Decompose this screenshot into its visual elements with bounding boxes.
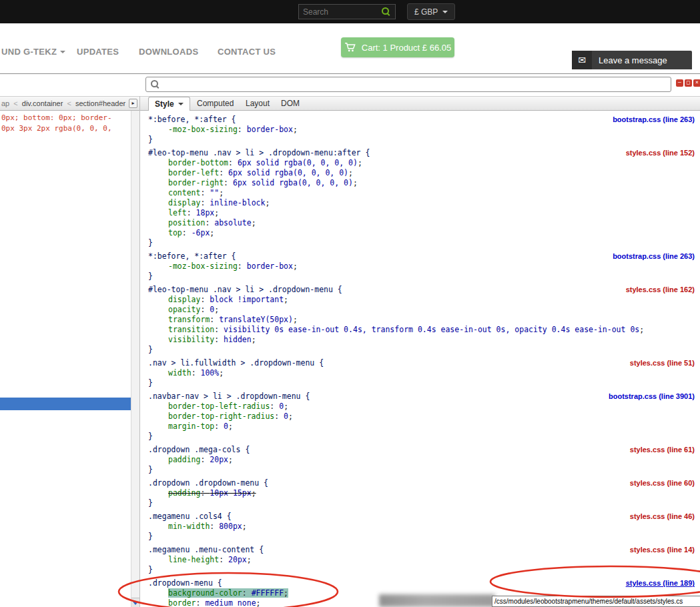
css-property[interactable]: left: 18px; (148, 208, 700, 218)
rule-selector[interactable]: .nav > li.fullwidth > .dropdown-menu { (148, 358, 324, 368)
stylesheet-link[interactable]: styles.css (line 162) (626, 285, 695, 295)
css-property[interactable]: transform: translateY(50px); (148, 315, 700, 325)
stylesheet-link[interactable]: styles.css (line 46) (630, 512, 695, 522)
rule-selector[interactable]: .megamenu .menu-content { (148, 545, 264, 554)
chevron-down-icon (133, 602, 138, 605)
nav-item-downloads[interactable]: DOWNLOADS (139, 47, 198, 57)
stylesheet-link[interactable]: bootstrap.css (line 263) (613, 251, 695, 261)
css-property[interactable]: margin-top: 0; (148, 422, 700, 432)
cart-icon (344, 42, 356, 53)
rule-close-brace: } (148, 498, 700, 508)
css-rule: .megamenu .cols4 {styles.css (line 46)mi… (148, 512, 700, 542)
chevron-down-icon (178, 103, 184, 105)
stylesheet-link[interactable]: styles.css (line 189) (626, 578, 695, 588)
blurred-tooltip (379, 594, 495, 607)
css-property[interactable]: padding: 20px; (148, 455, 700, 465)
nav-item-contact-us[interactable]: CONTACT US (218, 47, 276, 57)
html-panel-line: 0px; bottom: 0px; border- (0, 113, 131, 123)
scroll-down-button[interactable] (131, 598, 139, 607)
nav-item-updates[interactable]: UPDATES (77, 47, 119, 57)
css-property[interactable]: width: 100%; (148, 368, 700, 378)
css-property[interactable]: line-height: 20px; (148, 555, 700, 565)
rule-selector[interactable]: .dropdown .dropdown-menu { (148, 478, 268, 488)
breadcrumb-expand-button[interactable]: ▸ (129, 99, 137, 108)
devtools-search-box (145, 77, 671, 92)
cart-button[interactable]: Cart: 1 Product £ 66.05 (341, 37, 454, 57)
chevron-down-icon (442, 11, 448, 13)
css-property[interactable]: position: absolute; (148, 218, 700, 228)
leave-message-button[interactable]: ✉ Leave a message (572, 51, 692, 69)
css-property[interactable]: -moz-box-sizing: border-box; (148, 125, 700, 135)
stylesheet-link[interactable]: styles.css (line 14) (630, 545, 695, 555)
rule-selector[interactable]: *:before, *:after { (148, 115, 236, 124)
leave-message-label: Leave a message (592, 55, 667, 65)
envelope-icon-box: ✉ (572, 51, 592, 69)
stylesheet-link[interactable]: styles.css (line 51) (630, 358, 695, 368)
html-panel: 0px; bottom: 0px; border- 0px 3px 2px rg… (0, 111, 131, 607)
rule-close-brace: } (148, 271, 700, 281)
currency-selector[interactable]: £ GBP (407, 3, 455, 20)
css-rule: .nav > li.fullwidth > .dropdown-menu {st… (148, 358, 700, 388)
tab-computed[interactable]: Computed (191, 97, 240, 111)
breadcrumb-separator: < (65, 99, 73, 107)
search-icon[interactable] (382, 7, 391, 17)
rule-selector[interactable]: .navbar-nav > li > .dropdown-menu { (148, 392, 310, 401)
css-property[interactable]: transition: visibility 0s ease-in-out 0.… (148, 325, 700, 335)
devtools-search-input[interactable] (160, 80, 671, 89)
devtools-close-button[interactable]: × (693, 79, 700, 87)
css-property[interactable]: visibility: hidden; (148, 335, 700, 345)
html-panel-line: 0px 3px 2px rgba(0, 0, 0, (0, 123, 131, 134)
css-property[interactable]: display: block !important; (148, 295, 700, 305)
stylesheet-link[interactable]: styles.css (line 60) (630, 478, 695, 488)
css-property[interactable]: -moz-box-sizing: border-box; (148, 261, 700, 271)
stylesheet-link[interactable]: bootstrap.css (line 263) (613, 115, 695, 125)
css-property[interactable]: border-top-left-radius: 0; (148, 402, 700, 412)
rule-selector[interactable]: .dropdown-menu { (148, 578, 222, 588)
nav-item-gtekz[interactable]: UND G-TEKZ (1, 47, 65, 57)
stylesheet-link[interactable]: styles.css (line 152) (626, 148, 695, 158)
breadcrumb-item[interactable]: ap (1, 99, 9, 107)
css-rule: .megamenu .menu-content {styles.css (lin… (148, 545, 700, 575)
css-property[interactable]: border-right: 6px solid rgba(0, 0, 0, 0)… (148, 178, 700, 188)
site-top-bar: £ GBP (0, 0, 700, 23)
breadcrumb-item[interactable]: div.container (22, 99, 63, 107)
css-property[interactable]: top: -6px; (148, 228, 700, 238)
currency-label: £ GBP (414, 7, 438, 17)
nav-item-label: CONTACT US (218, 47, 276, 57)
rule-close-brace: } (148, 378, 700, 388)
stylesheet-link[interactable]: styles.css (line 61) (630, 445, 695, 455)
site-search-input[interactable] (299, 7, 382, 17)
stylesheet-link[interactable]: bootstrap.css (line 3901) (609, 392, 695, 402)
rule-selector[interactable]: .dropdown .mega-cols { (148, 445, 250, 454)
breadcrumb-separator: < (11, 99, 19, 107)
breadcrumb-item[interactable]: section#header (75, 99, 125, 107)
rule-close-brace: } (148, 432, 700, 442)
css-property[interactable]: opacity: 0; (148, 305, 700, 315)
css-rule: *:before, *:after {bootstrap.css (line 2… (148, 251, 700, 281)
rule-close-brace: } (148, 532, 700, 542)
search-icon (151, 80, 160, 89)
css-property[interactable]: border-left: 6px solid rgba(0, 0, 0, 0); (148, 168, 700, 178)
tab-dom[interactable]: DOM (275, 97, 306, 111)
css-property[interactable]: padding: 10px 15px; (148, 488, 700, 498)
tab-style[interactable]: Style (148, 97, 190, 111)
devtools-minimize-button[interactable]: – (676, 79, 683, 87)
chevron-down-icon (60, 51, 65, 53)
tab-label: Style (155, 97, 174, 111)
selected-element-highlight[interactable] (0, 398, 131, 410)
css-property[interactable]: content: ""; (148, 188, 700, 198)
rule-selector[interactable]: .megamenu .cols4 { (148, 512, 232, 521)
css-property[interactable]: border-bottom: 6px solid rgba(0, 0, 0, 0… (148, 158, 700, 168)
rule-selector[interactable]: #leo-top-menu .nav > li > .dropdown-menu… (148, 148, 370, 157)
css-property[interactable]: display: inline-block; (148, 198, 700, 208)
css-property[interactable]: border-top-right-radius: 0; (148, 412, 700, 422)
tab-layout[interactable]: Layout (240, 97, 276, 111)
css-rule: .navbar-nav > li > .dropdown-menu {boots… (148, 392, 700, 442)
css-property[interactable]: min-width: 800px; (148, 522, 700, 532)
rule-selector[interactable]: *:before, *:after { (148, 251, 236, 261)
nav-item-label: UPDATES (77, 47, 119, 57)
css-rule: #leo-top-menu .nav > li > .dropdown-menu… (148, 148, 700, 248)
rule-selector[interactable]: #leo-top-menu .nav > li > .dropdown-menu… (148, 285, 342, 294)
html-panel-scrollbar[interactable] (131, 111, 139, 607)
devtools-maximize-button[interactable]: □ (685, 79, 692, 87)
